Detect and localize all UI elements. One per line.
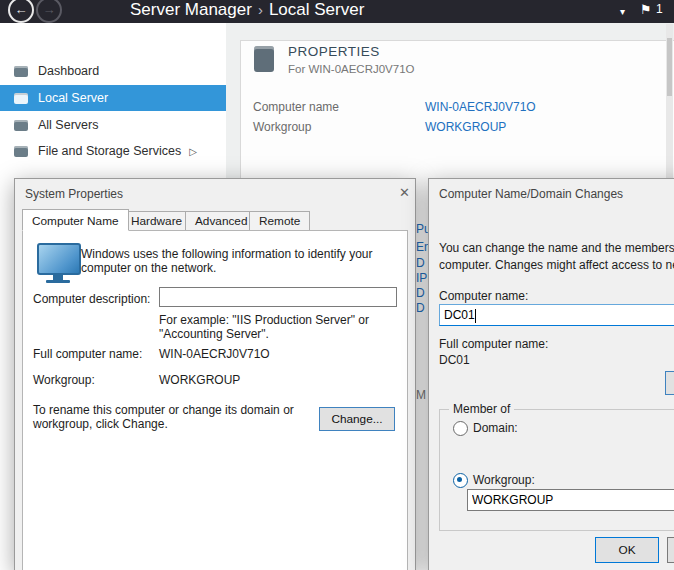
property-fragment: Pu: [416, 222, 428, 236]
manage-caret-icon[interactable]: ▾: [620, 6, 625, 17]
computer-monitor-icon-base: [46, 280, 70, 283]
member-of-label: Member of: [449, 402, 514, 416]
sidebar-item-local-server[interactable]: Local Server: [0, 85, 226, 111]
property-fragment: D: [416, 286, 428, 300]
breadcrumb-app: Server Manager: [130, 0, 252, 19]
dashboard-icon: [14, 66, 28, 77]
cancel-button-fragment[interactable]: [667, 537, 674, 563]
dialog-title: Computer Name/Domain Changes: [439, 187, 674, 201]
tab-remote[interactable]: Remote: [249, 211, 310, 231]
computer-description-label: Computer description:: [33, 292, 150, 306]
sidebar-item-label: Dashboard: [38, 64, 99, 78]
computer-name-input[interactable]: DC01: [439, 304, 674, 326]
tab-panel: [22, 230, 408, 570]
description-example-text: For example: "IIS Production Server" or …: [159, 313, 393, 341]
full-computer-name-value: WIN-0AECRJ0V71O: [159, 347, 270, 361]
file-storage-icon: [14, 146, 28, 157]
computer-name-input-value: DC01: [444, 308, 475, 322]
property-label-computer-name: Computer name: [253, 100, 339, 114]
tab-hardware[interactable]: Hardware: [121, 211, 192, 231]
ok-button[interactable]: OK: [595, 537, 659, 563]
property-label-workgroup: Workgroup: [253, 120, 311, 134]
breadcrumb-page: Local Server: [269, 0, 364, 19]
computer-description-input[interactable]: [159, 287, 397, 307]
forward-arrow-icon: →: [43, 2, 56, 17]
domain-changes-dialog: Computer Name/Domain Changes You can cha…: [428, 178, 674, 570]
tab-advanced[interactable]: Advanced: [185, 211, 257, 231]
close-icon[interactable]: ✕: [399, 185, 410, 200]
dialog-intro-line1: You can change the name and the membersh…: [439, 241, 674, 255]
back-button[interactable]: ←: [8, 0, 34, 23]
sidebar-item-file-storage-services[interactable]: File and Storage Services ▷: [0, 138, 226, 164]
computer-name-label: Computer name:: [439, 289, 528, 303]
scrollbar-thumb[interactable]: [667, 38, 672, 96]
back-arrow-icon: ←: [15, 2, 28, 17]
forward-button[interactable]: →: [36, 0, 62, 23]
property-fragment: D: [416, 301, 428, 315]
rename-instruction-text: To rename this computer or change its do…: [33, 403, 301, 431]
chevron-right-icon[interactable]: ▷: [189, 146, 197, 157]
workgroup-input[interactable]: [467, 489, 674, 511]
domain-radio-label: Domain:: [473, 421, 518, 435]
tab-computer-name[interactable]: Computer Name: [22, 209, 129, 231]
change-button[interactable]: Change...: [319, 407, 395, 431]
dialog-title: System Properties: [25, 187, 123, 201]
property-fragment: M: [416, 388, 428, 402]
sidebar-item-label: All Servers: [38, 118, 98, 132]
full-computer-name-value: DC01: [439, 353, 470, 367]
property-value-computer-name[interactable]: WIN-0AECRJ0V71O: [425, 100, 536, 114]
text-cursor: [475, 309, 476, 323]
sidebar-item-label: Local Server: [38, 91, 108, 105]
identify-info-text: Windows uses the following information t…: [81, 247, 393, 275]
computer-monitor-icon: [37, 243, 81, 275]
breadcrumb: Server Manager›Local Server: [130, 0, 364, 20]
properties-subheader: For WIN-0AECRJ0V71O: [288, 63, 415, 75]
workgroup-label: Workgroup:: [33, 373, 95, 387]
property-fragment: D: [416, 256, 428, 270]
sidebar-item-label: File and Storage Services: [38, 144, 181, 158]
full-computer-name-label: Full computer name:: [439, 337, 548, 351]
server-manager-screen: { "colors": { "accent": "#3396d9", "link…: [0, 0, 674, 570]
property-value-workgroup[interactable]: WORKGROUP: [425, 120, 506, 134]
local-server-icon: [14, 93, 28, 104]
system-properties-dialog: System Properties ✕ Computer Name Hardwa…: [14, 178, 416, 570]
all-servers-icon: [14, 120, 28, 131]
main-scrollbar[interactable]: [666, 24, 673, 178]
breadcrumb-separator-icon: ›: [252, 1, 269, 18]
properties-header: PROPERTIES: [288, 44, 380, 59]
notifications-flag-icon[interactable]: ⚑: [640, 2, 652, 17]
titlebar: ← → Server Manager›Local Server ▾ ⚑ 1: [0, 0, 674, 23]
sidebar-item-all-servers[interactable]: All Servers: [0, 112, 226, 138]
sidebar-item-dashboard[interactable]: Dashboard: [0, 58, 226, 84]
dialog-intro-line2: computer. Changes might affect access to…: [439, 258, 674, 272]
property-fragment: IP: [416, 271, 428, 285]
more-button-fragment[interactable]: [665, 371, 674, 395]
server-icon: [254, 46, 274, 72]
workgroup-radio[interactable]: [453, 473, 468, 488]
domain-radio[interactable]: [453, 421, 468, 436]
workgroup-value: WORKGROUP: [159, 373, 240, 387]
property-fragment: En: [416, 240, 428, 254]
workgroup-radio-label: Workgroup:: [473, 473, 535, 487]
full-computer-name-label: Full computer name:: [33, 347, 142, 361]
notification-count: 1: [656, 2, 663, 16]
